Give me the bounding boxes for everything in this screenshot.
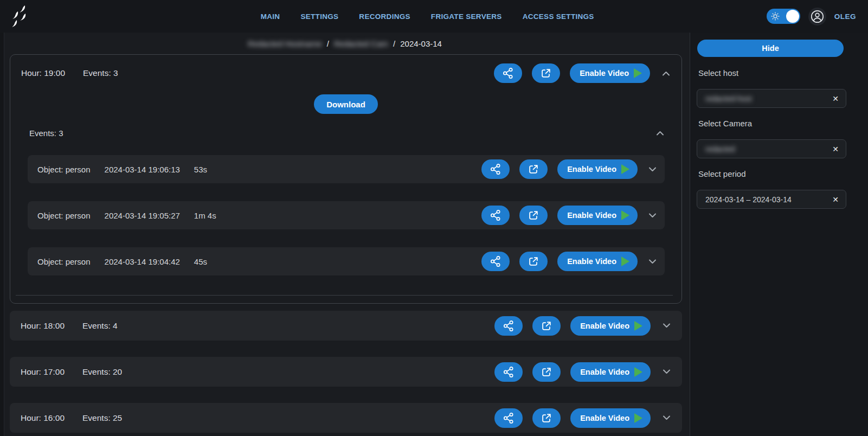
sun-icon: [771, 12, 780, 21]
select-host-label: Select host: [698, 68, 868, 78]
expand-chevron-down-icon[interactable]: [663, 323, 671, 328]
event-row[interactable]: Object: person 2024-03-14 19:04:42 45s E…: [28, 247, 665, 275]
enable-video-button[interactable]: Enable Video: [570, 63, 650, 83]
play-icon: [634, 413, 642, 423]
share-button[interactable]: [494, 362, 523, 382]
enable-video-button[interactable]: Enable Video: [570, 408, 651, 428]
camera-select[interactable]: redacted ✕: [697, 139, 846, 158]
event-timestamp: 2024-03-14 19:05:27: [105, 211, 180, 220]
expand-chevron-down-icon[interactable]: [663, 415, 671, 420]
events-collapse-chevron-up-icon[interactable]: [656, 131, 664, 136]
event-actions: Enable Video: [481, 252, 638, 271]
hide-label: Hide: [762, 44, 779, 53]
hour-label: Hour: 16:00: [21, 413, 65, 423]
share-icon: [489, 163, 502, 176]
hour-19-header[interactable]: Hour: 19:00 Events: 3: [10, 55, 681, 92]
enable-video-button[interactable]: Enable Video: [557, 206, 638, 225]
frigate-logo-icon[interactable]: [8, 4, 31, 29]
open-external-button[interactable]: [532, 316, 561, 336]
breadcrumb-separator: /: [327, 39, 329, 48]
external-link-icon: [528, 255, 539, 267]
share-button[interactable]: [494, 63, 522, 83]
hour-card-16[interactable]: Hour: 16:00 Events: 25 Enable Video: [10, 403, 682, 433]
share-icon: [502, 412, 515, 425]
breadcrumb-camera-redacted: Redacted Cam: [334, 39, 388, 48]
period-select[interactable]: 2024-03-14 – 2024-03-14 ✕: [697, 190, 846, 209]
external-link-icon: [541, 366, 552, 378]
hour-actions: Enable Video: [494, 316, 651, 336]
open-external-button[interactable]: [532, 408, 561, 428]
external-link-icon: [540, 67, 552, 79]
hour-card-18[interactable]: Hour: 18:00 Events: 4 Enable Video: [10, 311, 682, 341]
share-icon: [501, 67, 515, 80]
enable-video-label: Enable Video: [580, 322, 629, 330]
nav-item-settings[interactable]: SETTINGS: [300, 12, 338, 21]
hour-label: Hour: 19:00: [21, 68, 65, 78]
share-button[interactable]: [481, 252, 510, 271]
events-count-label: Events: 3: [83, 68, 118, 78]
share-button[interactable]: [494, 316, 523, 336]
download-label: Download: [326, 100, 365, 109]
enable-video-label: Enable Video: [567, 165, 616, 174]
event-timestamp: 2024-03-14 19:04:42: [105, 257, 180, 266]
breadcrumb-separator: /: [393, 39, 395, 48]
nav-item-frigate-servers[interactable]: FRIGATE SERVERS: [431, 12, 502, 21]
enable-video-button[interactable]: Enable Video: [570, 362, 651, 382]
clear-camera-icon[interactable]: ✕: [832, 145, 839, 153]
share-button[interactable]: [481, 206, 510, 225]
event-row[interactable]: Object: person 2024-03-14 19:05:27 1m 4s…: [28, 201, 665, 229]
enable-video-button[interactable]: Enable Video: [557, 159, 638, 179]
event-actions: Enable Video: [481, 206, 638, 225]
nav-item-recordings[interactable]: RECORDINGS: [359, 12, 410, 21]
hide-sidebar-button[interactable]: Hide: [697, 40, 844, 57]
hour-label: Hour: 17:00: [21, 367, 65, 377]
event-object-label: Object: person: [37, 257, 91, 266]
user-avatar[interactable]: [808, 8, 826, 25]
hour-label: Hour: 18:00: [21, 321, 65, 331]
events-count-label: Events: 25: [82, 413, 122, 423]
theme-toggle[interactable]: [767, 9, 800, 24]
external-link-icon: [528, 209, 539, 221]
event-row[interactable]: Object: person 2024-03-14 19:06:13 53s E…: [28, 155, 665, 183]
expand-chevron-down-icon[interactable]: [663, 369, 671, 374]
share-button[interactable]: [481, 159, 510, 179]
top-navbar: MAIN SETTINGS RECORDINGS FRIGATE SERVERS…: [0, 0, 868, 33]
nav-item-access-settings[interactable]: ACCESS SETTINGS: [523, 12, 594, 21]
open-external-button[interactable]: [519, 159, 548, 179]
clear-host-icon[interactable]: ✕: [832, 95, 839, 102]
person-icon: [810, 9, 825, 24]
collapse-chevron-up-icon[interactable]: [662, 71, 670, 76]
events-count-label: Events: 4: [82, 321, 118, 331]
enable-video-label: Enable Video: [580, 368, 629, 376]
share-icon: [489, 255, 502, 268]
nav-item-main[interactable]: MAIN: [261, 12, 280, 21]
expand-chevron-down-icon[interactable]: [648, 213, 657, 218]
select-camera-label: Select Camera: [698, 119, 868, 128]
open-external-button[interactable]: [532, 63, 560, 83]
share-button[interactable]: [494, 408, 523, 428]
navbar-right-group: OLEG: [767, 8, 856, 25]
open-external-button[interactable]: [519, 206, 548, 225]
host-value-redacted: redacted-host: [705, 94, 752, 103]
enable-video-label: Enable Video: [567, 257, 616, 266]
external-link-icon: [541, 320, 552, 332]
event-duration: 45s: [194, 257, 207, 266]
event-duration: 1m 4s: [194, 211, 216, 220]
event-object-label: Object: person: [37, 165, 91, 174]
enable-video-button[interactable]: Enable Video: [557, 252, 638, 271]
clear-period-icon[interactable]: ✕: [832, 196, 839, 203]
enable-video-button[interactable]: Enable Video: [570, 316, 651, 336]
expand-chevron-down-icon[interactable]: [648, 167, 657, 172]
enable-video-label: Enable Video: [580, 414, 629, 422]
hour-card-17[interactable]: Hour: 17:00 Events: 20 Enable Video: [10, 357, 682, 387]
download-button[interactable]: Download: [314, 94, 378, 114]
open-external-button[interactable]: [519, 252, 548, 271]
breadcrumb-date: 2024-03-14: [400, 39, 442, 48]
open-external-button[interactable]: [532, 362, 561, 382]
expand-chevron-down-icon[interactable]: [648, 259, 657, 264]
play-icon: [621, 210, 629, 220]
events-section-label: Events: 3: [29, 129, 63, 138]
hour-19-actions: Enable Video: [494, 63, 650, 83]
host-select[interactable]: redacted-host ✕: [697, 89, 846, 108]
user-name-label: OLEG: [834, 12, 856, 21]
